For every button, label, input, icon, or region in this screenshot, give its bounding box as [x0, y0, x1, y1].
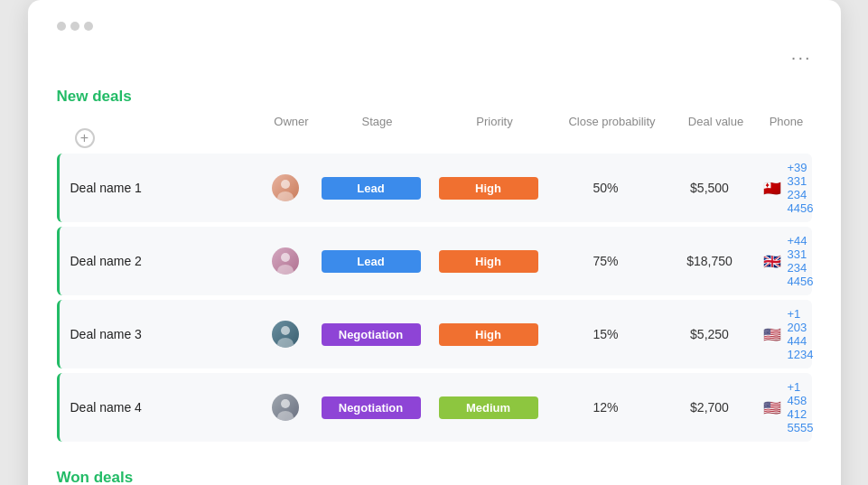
- more-options-button[interactable]: ···: [791, 47, 812, 68]
- owner-cell: [258, 247, 313, 275]
- owner-cell: [258, 321, 313, 348]
- svg-point-4: [281, 326, 290, 335]
- probability-cell: 15%: [547, 327, 665, 341]
- table-row: Deal name 4 NegotiationMedium12%$2,700🇺🇸…: [57, 373, 812, 442]
- avatar: [272, 174, 299, 201]
- svg-point-3: [277, 265, 294, 275]
- table-row: Deal name 1 LeadHigh50%$5,500🇹🇴+39 331 2…: [57, 154, 812, 222]
- avatar: [272, 247, 299, 275]
- svg-point-2: [281, 253, 290, 262]
- priority-cell: Medium: [430, 396, 547, 419]
- col-header-3: Priority: [436, 115, 554, 128]
- priority-cell: High: [430, 323, 547, 346]
- priority-badge: Medium: [439, 396, 538, 419]
- flag-icon: 🇺🇸: [762, 400, 782, 415]
- avatar: [272, 321, 299, 348]
- value-cell: $5,250: [665, 327, 755, 341]
- deal-name: Deal name 4: [60, 400, 258, 415]
- value-cell: $2,700: [665, 400, 755, 415]
- col-headers-new-deals: OwnerStagePriorityClose probabilityDeal …: [57, 115, 812, 154]
- section-title-won-deals: Won deals: [57, 469, 134, 485]
- table-new-deals: OwnerStagePriorityClose probabilityDeal …: [57, 115, 812, 442]
- stage-badge: Lead: [322, 250, 421, 273]
- section-title-new-deals: New deals: [57, 88, 132, 106]
- value-cell: $5,500: [665, 181, 755, 195]
- flag-icon: 🇺🇸: [762, 327, 782, 341]
- stage-badge: Lead: [322, 177, 421, 200]
- col-header-6: Phone: [761, 115, 812, 128]
- top-bar: ···: [57, 47, 812, 68]
- section-header-new-deals: New deals: [57, 88, 812, 106]
- stage-badge: Negotiation: [322, 323, 421, 346]
- priority-badge: High: [439, 250, 538, 273]
- phone-number[interactable]: +39 331 234 4456: [788, 161, 814, 215]
- priority-badge: High: [439, 323, 538, 346]
- section-header-won-deals: Won deals: [57, 469, 812, 485]
- stage-badge: Negotiation: [322, 396, 421, 419]
- phone-cell: 🇺🇸+1 458 412 5555: [755, 380, 814, 434]
- dot-3: [84, 22, 93, 31]
- flag-icon: 🇹🇴: [762, 181, 782, 195]
- phone-cell: 🇹🇴+39 331 234 4456: [755, 161, 814, 215]
- phone-cell: 🇬🇧+44 331 234 4456: [755, 234, 814, 288]
- priority-badge: High: [439, 177, 538, 200]
- svg-point-6: [281, 399, 290, 408]
- owner-cell: [258, 174, 313, 201]
- phone-number[interactable]: +1 203 444 1234: [788, 307, 814, 361]
- svg-point-1: [277, 191, 294, 201]
- table-row: Deal name 2 LeadHigh75%$18,750🇬🇧+44 331 …: [57, 227, 812, 295]
- probability-cell: 75%: [547, 254, 665, 268]
- deal-name: Deal name 3: [60, 327, 258, 341]
- col-header-5: Deal value: [671, 115, 761, 128]
- probability-cell: 50%: [547, 181, 665, 195]
- probability-cell: 12%: [547, 400, 665, 415]
- col-header-0: [66, 115, 265, 128]
- window-controls: [57, 22, 812, 31]
- col-header-1: Owner: [265, 115, 319, 128]
- owner-cell: [258, 394, 313, 421]
- main-window: ··· New dealsOwnerStagePriorityClose pro…: [28, 0, 841, 485]
- phone-cell: 🇺🇸+1 203 444 1234: [755, 307, 814, 361]
- priority-cell: High: [430, 177, 547, 200]
- svg-point-0: [281, 180, 290, 189]
- svg-point-5: [277, 338, 294, 348]
- dot-1: [57, 22, 66, 31]
- deal-name: Deal name 2: [60, 254, 258, 268]
- deal-name: Deal name 1: [60, 181, 258, 195]
- flag-icon: 🇬🇧: [762, 254, 782, 268]
- col-header-4: Close probability: [554, 115, 671, 128]
- section-won-deals: Won dealsOwnerStagePriorityClose probabi…: [57, 469, 812, 485]
- col-header-2: Stage: [319, 115, 436, 128]
- sections-container: New dealsOwnerStagePriorityClose probabi…: [57, 88, 812, 485]
- stage-cell: Lead: [313, 177, 430, 200]
- stage-cell: Negotiation: [313, 396, 430, 419]
- add-deal-button-new-deals[interactable]: +: [75, 128, 95, 148]
- phone-number[interactable]: +1 458 412 5555: [788, 380, 814, 434]
- table-row: Deal name 3 NegotiationHigh15%$5,250🇺🇸+1…: [57, 300, 812, 368]
- section-new-deals: New dealsOwnerStagePriorityClose probabi…: [57, 88, 812, 442]
- svg-point-7: [277, 411, 294, 421]
- value-cell: $18,750: [665, 254, 755, 268]
- stage-cell: Lead: [313, 250, 430, 273]
- priority-cell: High: [430, 250, 547, 273]
- phone-number[interactable]: +44 331 234 4456: [788, 234, 814, 288]
- stage-cell: Negotiation: [313, 323, 430, 346]
- dot-2: [70, 22, 79, 31]
- avatar: [272, 394, 299, 421]
